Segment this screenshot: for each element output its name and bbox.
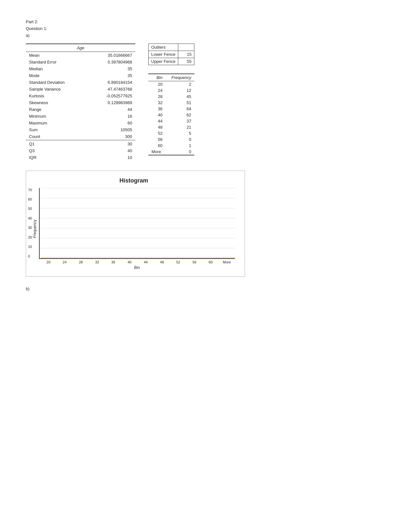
x-label: 24 [56, 260, 73, 264]
y-tick: 40 [28, 216, 32, 220]
x-label: 20 [40, 260, 56, 264]
stats-q-row: IQR10 [26, 154, 135, 161]
stats-row: Median35 [26, 65, 135, 72]
stats-label: Mode [26, 72, 88, 79]
x-labels: 2024283236404448525660More [40, 260, 235, 264]
stats-label: Median [26, 65, 88, 72]
x-label: More [219, 260, 235, 264]
bar-group [41, 258, 57, 258]
freq-col1-header: Bin [148, 74, 166, 81]
stats-label: Count [26, 133, 88, 140]
stats-row: Sum10505 [26, 126, 135, 133]
stats-row: Skewness0.128983989 [26, 99, 135, 106]
y-gridline [40, 198, 235, 198]
freq-row: More0 [148, 149, 194, 155]
x-label: 44 [138, 260, 154, 264]
histogram-bar [219, 258, 235, 258]
y-tick: 60 [28, 197, 32, 201]
outliers-table: OutliersLower Fence15Upper Fence55 [148, 44, 194, 65]
freq-bin: 56 [148, 136, 166, 143]
freq-bin: 44 [148, 118, 166, 124]
freq-row: 3251 [148, 100, 194, 106]
freq-row: 2845 [148, 94, 194, 100]
histogram-bar [73, 258, 89, 258]
outliers-label: Upper Fence [149, 58, 178, 65]
freq-bin: 28 [148, 94, 166, 100]
freq-row: 202 [148, 81, 194, 88]
y-gridlines [40, 188, 235, 258]
x-label: 56 [186, 260, 202, 264]
y-gridline [40, 218, 235, 218]
freq-row: 4062 [148, 112, 194, 118]
y-gridline [40, 248, 235, 248]
stats-value: -0.052577925 [88, 93, 135, 99]
stats-row: Maximum60 [26, 120, 135, 126]
part-label: Part 2: [26, 19, 385, 24]
bar-group [187, 258, 203, 258]
histogram-bar [41, 258, 57, 258]
stats-row: Mean35.01666667 [26, 52, 135, 59]
stats-label: Kurtosis [26, 93, 88, 99]
stats-label: Sum [26, 126, 88, 133]
x-label: 32 [89, 260, 105, 264]
freq-row: 2412 [148, 87, 194, 94]
chart-inner: 010203040506070 2024283236404448525660Mo… [39, 188, 235, 270]
tables-row: Age Mean35.01666667Standard Error0.39780… [26, 44, 385, 161]
bar-group [203, 258, 219, 258]
stats-q-value: 40 [88, 147, 135, 154]
freq-val: 2 [166, 81, 194, 88]
chart-plot: 010203040506070 [39, 188, 235, 259]
freq-row: 4821 [148, 124, 194, 130]
stats-q-value: 10 [88, 154, 135, 161]
x-axis-label: Bin [39, 265, 235, 270]
stats-value: 16 [88, 113, 135, 120]
freq-row: 525 [148, 130, 194, 136]
stats-q-row: Q340 [26, 147, 135, 154]
stats-row: Mode35 [26, 72, 135, 79]
bar-group [57, 258, 73, 258]
stats-label: Skewness [26, 99, 88, 106]
stats-value: 44 [88, 106, 135, 113]
bar-group [90, 258, 106, 258]
bar-group [138, 258, 154, 258]
chart-area: Frequency 010203040506070 20242832364044… [33, 188, 235, 270]
stats-value: 47.47463768 [88, 86, 135, 93]
stats-value: 0.128983989 [88, 99, 135, 106]
outliers-row: Lower Fence15 [149, 51, 194, 58]
histogram-bar [203, 258, 219, 258]
stats-label: Standard Deviation [26, 79, 88, 86]
stats-q-label: IQR [26, 154, 88, 161]
x-label: 52 [170, 260, 186, 264]
y-tick: 30 [28, 226, 32, 230]
outliers-header-empty [178, 44, 194, 51]
y-tick: 70 [28, 188, 32, 192]
freq-row: 601 [148, 143, 194, 149]
freq-col2-header: Frequency [166, 74, 194, 81]
x-label: 60 [202, 260, 219, 264]
bar-group [122, 258, 138, 258]
bar-group [106, 258, 122, 258]
freq-bin: More [148, 149, 166, 155]
freq-val: 12 [166, 87, 194, 94]
stats-row: Minimum16 [26, 113, 135, 120]
bar-group [154, 258, 170, 258]
stats-label: Range [26, 106, 88, 113]
freq-row: 3664 [148, 106, 194, 112]
y-gridline [40, 208, 235, 208]
stats-value: 300 [88, 133, 135, 140]
histogram-bar [90, 258, 106, 258]
y-gridline [40, 228, 235, 228]
histogram-bar [57, 258, 73, 258]
stats-row: Standard Deviation6.890184154 [26, 79, 135, 86]
stats-label: Mean [26, 52, 88, 59]
bar-group [170, 258, 186, 258]
stats-row: Kurtosis-0.052577925 [26, 93, 135, 99]
stats-label: Standard Error [26, 59, 88, 65]
stats-value: 35 [88, 65, 135, 72]
stats-value: 10505 [88, 126, 135, 133]
stats-row: Standard Error0.397804968 [26, 59, 135, 65]
freq-val: 5 [166, 130, 194, 136]
stats-value: 35 [88, 72, 135, 79]
freq-val: 1 [166, 143, 194, 149]
freq-val: 64 [166, 106, 194, 112]
